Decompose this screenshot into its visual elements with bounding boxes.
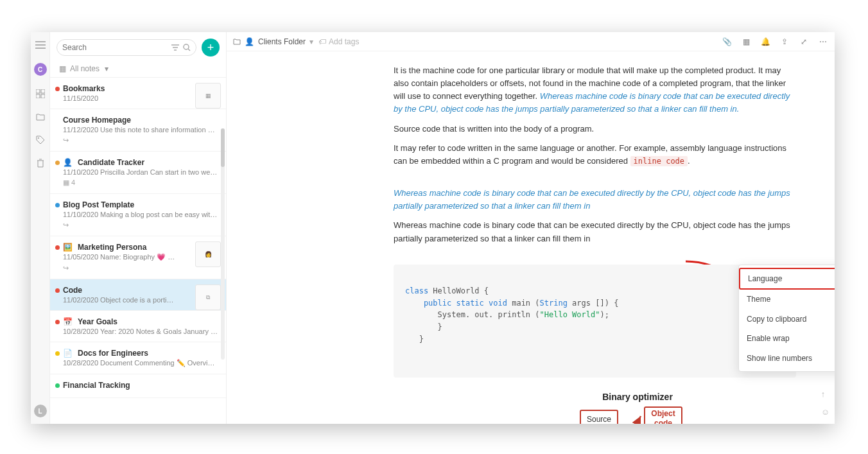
note-body: It is the machine code for one particula… — [227, 51, 835, 424]
note-list-item[interactable]: 📄Docs for Engineers10/28/2020 Document C… — [50, 342, 226, 374]
keyword: String — [540, 299, 568, 308]
breadcrumb[interactable]: 👤 Clients Folder ▾ — [233, 37, 313, 46]
paragraph: It is the machine code for one particula… — [394, 64, 796, 116]
note-extra: ▦ 4 — [63, 179, 218, 187]
note-extra: ↪ — [63, 221, 218, 229]
list-scrollbar[interactable] — [221, 128, 225, 360]
search-icon[interactable] — [183, 44, 191, 51]
editor-topbar: 👤 Clients Folder ▾ 🏷 Add tags 📎 ▦ 🔔 ⇪ ⤢ … — [227, 32, 835, 51]
folder-icon — [233, 39, 241, 45]
color-dot — [55, 320, 60, 324]
note-list-panel: + ▦ All notes ▾ Bookmarks11/15/2020▦Cour… — [50, 32, 227, 424]
user-avatar[interactable]: C — [34, 63, 47, 76]
svg-rect-1 — [41, 89, 45, 93]
string: "Hello World" — [540, 310, 600, 319]
menu-item-theme[interactable]: Theme ▸ — [739, 290, 835, 310]
note-list-item[interactable]: 👤Candidate Tracker11/10/2020 Priscilla J… — [50, 152, 226, 194]
note-thumbnail: 👩 — [195, 241, 221, 267]
tag-icon: 🏷 — [318, 37, 326, 46]
filter-icon[interactable] — [171, 44, 179, 51]
binary-optimizer-diagram: Binary optimizer Source Object code ↓ ↓ … — [483, 390, 792, 424]
share-icon[interactable]: ⇪ — [779, 37, 790, 47]
note-title: Blog Post Template — [63, 200, 218, 209]
color-dot — [55, 161, 60, 165]
note-emoji-icon: 🖼️ — [63, 243, 73, 252]
note-emoji-icon: 📅 — [63, 317, 73, 326]
paragraph: Source code that is written into the bod… — [394, 123, 796, 135]
code-text: } — [405, 322, 442, 331]
note-list-item[interactable]: 🖼️Marketing Persona11/05/2020 Name: Biog… — [50, 236, 226, 279]
svg-rect-0 — [36, 89, 40, 93]
note-thumbnail: ⧉ — [195, 284, 221, 310]
link-text[interactable]: Whereas machine code is binary code that… — [394, 187, 796, 213]
menu-item-copy[interactable]: Copy to clipboard — [739, 310, 835, 329]
note-meta: 10/28/2020 Document Commenting ✏️ Overvi… — [63, 359, 218, 367]
trash-icon[interactable] — [35, 158, 46, 168]
menu-item-language[interactable]: Language ▸ — [739, 268, 835, 290]
emoji-icon[interactable]: ☺ — [821, 406, 829, 419]
note-meta: 10/28/2020 Year: 2020 Notes & Goals Janu… — [63, 327, 218, 335]
code-text: } — [405, 335, 424, 344]
note-list-item[interactable]: Blog Post Template11/10/2020 Making a bl… — [50, 194, 226, 236]
editor-panel: 👤 Clients Folder ▾ 🏷 Add tags 📎 ▦ 🔔 ⇪ ⤢ … — [227, 32, 835, 424]
expand-icon[interactable]: ⤢ — [799, 37, 809, 47]
note-list-item[interactable]: Code11/02/2020 Object code is a porti…⧉ — [50, 279, 226, 311]
tag-icon[interactable] — [35, 135, 46, 145]
code-text: args []) { — [568, 299, 618, 308]
grid-icon[interactable]: ▦ — [741, 37, 751, 47]
note-title: 📄Docs for Engineers — [63, 349, 218, 358]
code-context-menu: Language ▸ Theme ▸ Copy to clipboard Ena… — [738, 265, 835, 372]
menu-icon[interactable] — [35, 40, 46, 50]
add-tags-button[interactable]: 🏷 Add tags — [318, 37, 359, 46]
note-list-item[interactable]: Financial Tracking — [50, 374, 226, 398]
menu-item-linenumbers[interactable]: Show line numbers — [739, 349, 835, 369]
grid-icon[interactable] — [35, 89, 46, 99]
second-avatar[interactable]: L — [34, 405, 47, 417]
paragraph: It may refer to code written in the same… — [394, 142, 796, 168]
note-title: Course Homepage — [63, 116, 218, 125]
color-dot — [55, 288, 60, 293]
attachment-icon[interactable]: 📎 — [722, 37, 732, 47]
menu-label: Enable wrap — [747, 333, 790, 345]
code-block-wrapper: class HelloWorld { public static void ma… — [394, 265, 796, 378]
code-text: main ( — [507, 299, 540, 308]
search-input-container — [56, 39, 196, 56]
text: It may refer to code written in the same… — [394, 143, 786, 166]
note-extra: ↪ — [63, 136, 218, 144]
note-list-item[interactable]: Course Homepage11/12/2020 Use this note … — [50, 109, 226, 152]
menu-label: Theme — [747, 293, 770, 306]
add-tags-label: Add tags — [329, 37, 359, 46]
chevron-down-icon: ▾ — [105, 64, 108, 73]
period: . — [688, 156, 690, 166]
search-input[interactable] — [62, 43, 168, 52]
all-notes-selector[interactable]: ▦ All notes ▾ — [50, 60, 226, 78]
code-block[interactable]: class HelloWorld { public static void ma… — [394, 265, 796, 378]
bell-icon[interactable]: 🔔 — [760, 37, 770, 47]
color-dot — [55, 383, 60, 388]
note-meta: 11/10/2020 Making a blog post can be eas… — [63, 211, 218, 218]
folder-icon[interactable] — [35, 112, 46, 122]
inline-code: inline code — [630, 156, 688, 166]
diagram-box-object: Object code — [644, 406, 682, 424]
more-icon[interactable]: ⋯ — [818, 37, 828, 47]
scroll-top-icon[interactable]: ↑ — [821, 388, 829, 401]
grid-small-icon: ▦ — [59, 64, 66, 73]
note-list-item[interactable]: Bookmarks11/15/2020▦ — [50, 78, 226, 109]
menu-label: Copy to clipboard — [747, 313, 806, 326]
diagram-title: Binary optimizer — [483, 390, 792, 405]
breadcrumb-emoji: 👤 — [245, 37, 254, 46]
all-notes-label: All notes — [70, 64, 100, 73]
color-dot — [55, 203, 60, 207]
code-text: System. out. println ( — [405, 310, 540, 319]
menu-item-wrap[interactable]: Enable wrap — [739, 329, 835, 349]
chevron-down-icon: ▾ — [309, 37, 313, 46]
note-title: 📅Year Goals — [63, 317, 218, 326]
code-text: ); — [600, 310, 609, 319]
add-note-button[interactable]: + — [202, 39, 220, 57]
color-dot — [55, 245, 60, 250]
code-text: HelloWorld { — [428, 286, 489, 295]
note-list-item[interactable]: 📅Year Goals10/28/2020 Year: 2020 Notes &… — [50, 311, 226, 342]
note-title: Financial Tracking — [63, 381, 218, 390]
note-meta: 11/10/2020 Priscilla Jordan Can start in… — [63, 168, 218, 176]
paragraph: Whereas machine code is binary code that… — [394, 219, 796, 245]
